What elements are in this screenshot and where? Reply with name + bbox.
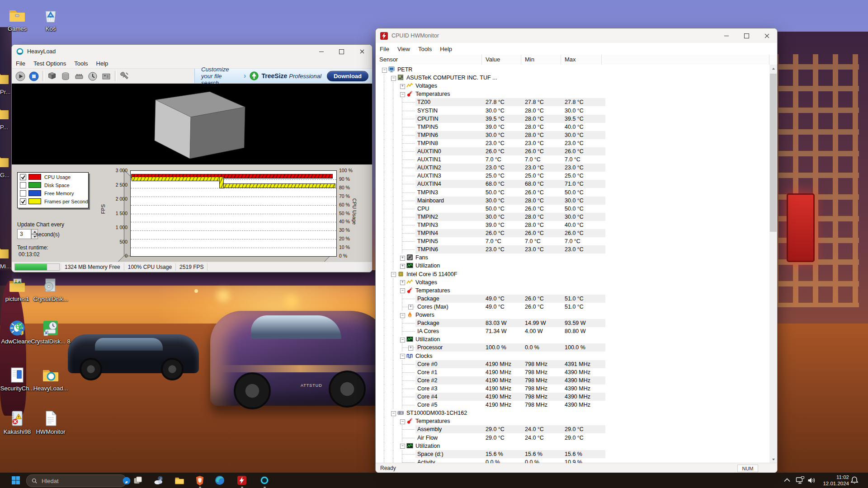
- table-row[interactable]: TMPIN539.0 °C28.0 °C40.0 °C: [376, 123, 769, 131]
- collapse-minus-box[interactable]: −: [400, 288, 405, 293]
- table-row[interactable]: AUXTIN17.0 °C7.0 °C7.0 °C: [376, 155, 769, 164]
- desktop-icon-heavyload-folder[interactable]: HeavyLoad...: [30, 366, 71, 392]
- table-row[interactable]: TMPIN350.0 °C26.0 °C50.0 °C: [376, 188, 769, 197]
- interval-value[interactable]: 3: [17, 229, 31, 239]
- start-test-button[interactable]: [14, 70, 26, 82]
- hwmonitor-titlebar[interactable]: CPUID HWMonitor: [376, 28, 777, 43]
- collapse-minus-box[interactable]: −: [400, 338, 405, 343]
- table-row[interactable]: SYSTIN30.0 °C28.0 °C30.0 °C: [376, 107, 769, 115]
- taskbar-brave-button[interactable]: [194, 474, 206, 486]
- minimize-button[interactable]: [716, 28, 736, 43]
- scroll-up-arrow[interactable]: [769, 65, 777, 72]
- desktop-icon-crystaldisk-8[interactable]: CrystalDisk... 8: [30, 319, 71, 345]
- menu-file[interactable]: File: [376, 44, 393, 54]
- legend-item[interactable]: CPU Usage: [20, 173, 88, 181]
- table-row[interactable]: Core #14190 MHz798 MHz4390 MHz: [376, 368, 769, 376]
- desktop-icon-partial[interactable]: G...: [0, 152, 11, 183]
- disk-test-button[interactable]: [60, 70, 71, 82]
- collapse-minus-box[interactable]: −: [382, 68, 387, 73]
- menu-help[interactable]: Help: [436, 44, 456, 54]
- collapse-minus-box[interactable]: −: [400, 419, 405, 424]
- close-button[interactable]: [352, 45, 372, 58]
- scrollbar-thumb[interactable]: [770, 74, 777, 232]
- table-row[interactable]: AUXTIN026.0 °C26.0 °C26.0 °C: [376, 147, 769, 155]
- table-row[interactable]: TMPIN230.0 °C28.0 °C30.0 °C: [376, 213, 769, 221]
- table-row[interactable]: Package83.03 W14.99 W93.59 W: [376, 319, 769, 327]
- menu-test-options[interactable]: Test Options: [29, 59, 70, 68]
- tray-bell-icon[interactable]: [849, 475, 860, 486]
- desktop-icon-recycle-bin[interactable]: Koš: [30, 6, 71, 32]
- taskbar-clock[interactable]: 11:02 12.01.2024: [823, 474, 849, 487]
- table-row[interactable]: −Temperatures: [376, 417, 769, 425]
- table-row[interactable]: −Temperatures: [376, 286, 769, 295]
- taskbar-taskview-button[interactable]: [132, 474, 144, 486]
- legend-checkbox[interactable]: [20, 198, 26, 205]
- taskbar-explorer-button[interactable]: [174, 474, 185, 486]
- legend-checkbox[interactable]: [20, 190, 26, 197]
- taskbar-start-button[interactable]: [10, 474, 22, 486]
- tray-volume-icon[interactable]: [807, 475, 817, 486]
- search-box[interactable]: [26, 474, 127, 487]
- table-row[interactable]: −ST1000DM003-1CH162: [376, 409, 769, 417]
- vertical-scrollbar[interactable]: [769, 65, 777, 463]
- table-row[interactable]: Assembly29.0 °C24.0 °C29.0 °C: [376, 425, 769, 433]
- menu-file[interactable]: File: [12, 59, 29, 68]
- table-row[interactable]: AUXTIN468.0 °C68.0 °C71.0 °C: [376, 180, 769, 188]
- collapse-minus-box[interactable]: −: [400, 313, 405, 318]
- desktop-icon-crystaldisk-installer[interactable]: CrystalDisk...: [30, 277, 71, 302]
- expand-plus-box[interactable]: +: [408, 305, 413, 310]
- table-row[interactable]: Core #34190 MHz798 MHz4390 MHz: [376, 385, 769, 393]
- stop-test-button[interactable]: [28, 70, 40, 82]
- table-row[interactable]: Air Flow29.0 °C24.0 °C29.0 °C: [376, 434, 769, 442]
- gpu-test-button[interactable]: [46, 70, 58, 82]
- table-row[interactable]: −PETR: [376, 66, 769, 74]
- table-row[interactable]: CPUTIN39.5 °C28.0 °C39.5 °C: [376, 115, 769, 123]
- table-row[interactable]: −Utilization: [376, 442, 769, 450]
- expand-plus-box[interactable]: +: [408, 346, 413, 351]
- column-header-min[interactable]: Min: [521, 55, 561, 65]
- legend-item[interactable]: Free Memory: [20, 189, 88, 197]
- maximize-button[interactable]: [331, 45, 352, 58]
- table-row[interactable]: TMPIN630.0 °C28.0 °C30.0 °C: [376, 131, 769, 139]
- menu-tools[interactable]: Tools: [70, 59, 92, 68]
- taskbar-heavyload-button[interactable]: [259, 474, 270, 486]
- legend-checkbox[interactable]: [20, 182, 26, 188]
- expand-plus-box[interactable]: +: [400, 256, 405, 261]
- table-row[interactable]: +Utilization: [376, 262, 769, 270]
- table-row[interactable]: AUXTIN325.0 °C25.0 °C25.0 °C: [376, 172, 769, 180]
- menu-help[interactable]: Help: [92, 59, 113, 68]
- heavyload-titlebar[interactable]: HeavyLoad: [12, 45, 372, 58]
- collapse-minus-box[interactable]: −: [400, 354, 405, 359]
- table-row[interactable]: Mainboard30.0 °C28.0 °C30.0 °C: [376, 197, 769, 205]
- table-row[interactable]: TMPIN823.0 °C23.0 °C23.0 °C: [376, 139, 769, 147]
- collapse-minus-box[interactable]: −: [400, 444, 405, 449]
- collapse-minus-box[interactable]: −: [400, 92, 405, 97]
- table-row[interactable]: TMPIN426.0 °C26.0 °C26.0 °C: [376, 229, 769, 237]
- maximize-button[interactable]: [736, 28, 757, 43]
- table-row[interactable]: −Utilization: [376, 335, 769, 343]
- search-input[interactable]: [41, 477, 122, 485]
- table-row[interactable]: +Cores (Max)49.0 °C26.0 °C51.0 °C: [376, 303, 769, 311]
- settings-button[interactable]: [118, 70, 130, 82]
- taskbar-edge-button[interactable]: [214, 474, 226, 486]
- table-row[interactable]: Package49.0 °C26.0 °C51.0 °C: [376, 295, 769, 303]
- table-row[interactable]: −Temperatures: [376, 90, 769, 98]
- taskbar-hwmonitor-button[interactable]: [236, 474, 248, 486]
- menu-view[interactable]: View: [393, 44, 414, 54]
- table-row[interactable]: Core #54190 MHz798 MHz4390 MHz: [376, 401, 769, 409]
- table-row[interactable]: CPU50.0 °C26.0 °C50.0 °C: [376, 205, 769, 213]
- table-row[interactable]: Space (d:)15.6 %15.6 %15.6 %: [376, 450, 769, 458]
- desktop-icon-partial[interactable]: Pr...: [0, 69, 11, 100]
- expand-plus-box[interactable]: +: [400, 264, 405, 269]
- cpu-test-button[interactable]: [87, 70, 99, 82]
- taskbar-weather-button[interactable]: -2: [153, 474, 165, 486]
- table-row[interactable]: Core #24190 MHz798 MHz4390 MHz: [376, 376, 769, 385]
- desktop-icon-partial[interactable]: P...: [0, 104, 11, 136]
- collapse-minus-box[interactable]: −: [391, 272, 396, 277]
- desktop-icon-hwmonitor-file[interactable]: HWMonitor: [30, 409, 71, 435]
- legend-item[interactable]: Disk Space: [20, 181, 88, 189]
- legend-checkbox[interactable]: [20, 174, 26, 180]
- tray-network-icon[interactable]: [795, 475, 806, 486]
- table-row[interactable]: TMPIN623.0 °C23.0 °C23.0 °C: [376, 245, 769, 253]
- collapse-minus-box[interactable]: −: [391, 76, 396, 81]
